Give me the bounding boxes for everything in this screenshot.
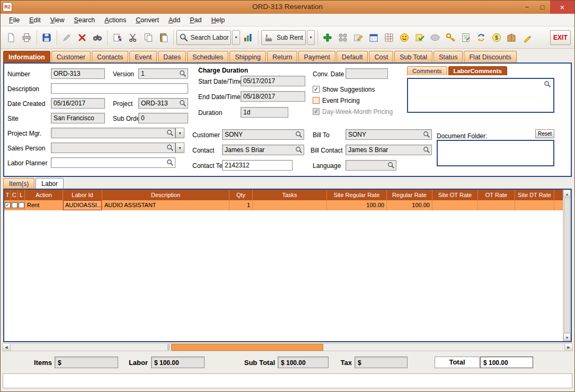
sales-person-field[interactable]: [51, 142, 175, 153]
bill-to-field[interactable]: SONY: [346, 129, 432, 140]
site-button[interactable]: [382, 30, 396, 46]
menu-pad[interactable]: Pad: [185, 15, 206, 25]
duration-field[interactable]: 1d: [241, 107, 288, 118]
search-icon[interactable]: [295, 146, 303, 154]
contact-tel-field[interactable]: 2142312: [222, 160, 293, 171]
search-labor-dropdown-button[interactable]: ▼: [232, 30, 240, 45]
checklist-button[interactable]: [458, 30, 473, 46]
tab-event[interactable]: Event: [129, 51, 157, 63]
tab-comments[interactable]: Comments: [407, 66, 447, 75]
checkbox-box[interactable]: [313, 97, 320, 104]
menu-view[interactable]: View: [46, 15, 69, 25]
column-header-action[interactable]: Action: [25, 190, 63, 200]
end-datetime-field[interactable]: 05/18/2017: [241, 91, 305, 102]
column-header-site-dt-rate[interactable]: Site DT Rate: [515, 190, 554, 200]
tab-cost[interactable]: Cost: [369, 51, 393, 63]
copy-button[interactable]: [141, 30, 155, 46]
tab-item-s[interactable]: Item(s): [3, 178, 34, 189]
pane-splitter[interactable]: [167, 344, 170, 350]
search-icon[interactable]: [166, 129, 174, 137]
cell-regular-rate[interactable]: 100.00: [387, 200, 432, 210]
menu-search[interactable]: Search: [69, 15, 100, 25]
checkbox-box[interactable]: ✓: [313, 86, 320, 93]
currency-button[interactable]: $: [489, 30, 503, 46]
cell-description[interactable]: AUDIO ASSISTANT: [102, 200, 229, 210]
project-mgr-field[interactable]: [51, 128, 175, 138]
group-button[interactable]: [336, 30, 350, 46]
conv-date-field[interactable]: [346, 68, 388, 79]
cell-labor-id[interactable]: AUDIOASSI...: [63, 200, 102, 210]
scroll-right-arrow[interactable]: ▶: [564, 344, 572, 351]
highlight-button[interactable]: [521, 30, 535, 46]
menu-actions[interactable]: Actions: [100, 15, 131, 25]
tab-shipping[interactable]: Shipping: [229, 51, 266, 63]
edit-button[interactable]: [60, 30, 74, 46]
sub-orders-field[interactable]: 0: [138, 113, 188, 123]
version-field[interactable]: 1: [138, 68, 188, 79]
row-checkbox-l[interactable]: [19, 202, 24, 208]
contact-field[interactable]: James S Briar: [222, 145, 304, 155]
cell-qty[interactable]: 1: [229, 200, 253, 210]
delete-button[interactable]: [75, 30, 90, 46]
print-button[interactable]: [20, 30, 34, 46]
site-field[interactable]: San Francisco: [51, 113, 105, 123]
search-icon[interactable]: [544, 81, 551, 88]
cell-ot-rate[interactable]: [478, 200, 515, 210]
project-mgr-dropdown[interactable]: ▼: [175, 128, 184, 138]
row-checkbox-t[interactable]: ✓: [5, 202, 11, 208]
labor-planner-field[interactable]: [51, 157, 175, 168]
date-created-field[interactable]: 05/16/2017: [51, 98, 105, 109]
tab-labor[interactable]: Labor: [36, 178, 64, 189]
scroll-left-arrow[interactable]: ◀: [3, 344, 11, 351]
tab-dates[interactable]: Dates: [158, 51, 186, 63]
horizontal-scrollbar[interactable]: ◀ ▶: [2, 343, 573, 351]
save-button[interactable]: [40, 30, 54, 46]
menu-file[interactable]: File: [4, 15, 24, 25]
search-icon[interactable]: [166, 144, 174, 152]
vertical-scroll-thumb[interactable]: [564, 198, 570, 333]
sub-rent-dropdown-button[interactable]: ▼: [307, 30, 315, 45]
horizontal-scroll-track[interactable]: [11, 344, 564, 351]
column-header-t[interactable]: T: [4, 190, 11, 200]
search-icon[interactable]: [295, 131, 303, 138]
number-field[interactable]: ORD-313: [51, 68, 105, 79]
tab-contacts[interactable]: Contacts: [92, 51, 128, 63]
column-header-tasks[interactable]: Tasks: [253, 190, 327, 200]
tab-flat-discounts[interactable]: Flat Discounts: [464, 51, 516, 63]
find-button[interactable]: [91, 30, 105, 46]
tab-schedules[interactable]: Schedules: [187, 51, 228, 63]
security-button[interactable]: [443, 30, 457, 46]
labor-comments-textarea[interactable]: [407, 78, 554, 113]
cell-tasks[interactable]: [253, 200, 327, 210]
tab-sub-total[interactable]: Sub Total: [394, 51, 432, 63]
project-field[interactable]: ORD-313: [138, 98, 188, 109]
column-header-qty[interactable]: Qty: [229, 190, 253, 200]
column-header-description[interactable]: Description: [102, 190, 229, 200]
smiley-button[interactable]: [397, 30, 412, 46]
sales-person-dropdown[interactable]: ▼: [175, 142, 184, 153]
tab-return[interactable]: Return: [267, 51, 298, 63]
new-document-button[interactable]: [4, 30, 19, 46]
close-button[interactable]: ×: [550, 0, 574, 14]
sync-button[interactable]: [474, 30, 488, 46]
search-icon[interactable]: [179, 100, 187, 107]
start-datetime-field[interactable]: 05/17/2017: [241, 76, 305, 86]
table-row[interactable]: ✓RentAUDIOASSI...AUDIO ASSISTANT1100.001…: [4, 200, 571, 210]
scroll-down-arrow[interactable]: ▼: [563, 333, 571, 341]
tab-status[interactable]: Status: [434, 51, 463, 63]
tab-customer[interactable]: Customer: [51, 51, 91, 63]
horizontal-scroll-thumb[interactable]: [171, 344, 323, 351]
tab-payment[interactable]: Payment: [298, 51, 335, 63]
scroll-up-arrow[interactable]: ▲: [563, 190, 571, 198]
package-button[interactable]: [505, 30, 519, 46]
cell-site-ot-rate[interactable]: [432, 200, 478, 210]
cut-button[interactable]: [126, 30, 140, 46]
edit-grid-button[interactable]: [351, 30, 366, 46]
cell-site-regular-rate[interactable]: 100.00: [327, 200, 387, 210]
checkbox-event-pricing[interactable]: Event Pricing: [313, 96, 360, 104]
tab-default[interactable]: Default: [337, 51, 368, 63]
checkbox-show-suggestions[interactable]: ✓Show Suggestions: [313, 85, 375, 93]
search-icon[interactable]: [387, 162, 395, 169]
approve-button[interactable]: [412, 30, 427, 46]
menu-convert[interactable]: Convert: [131, 15, 164, 25]
